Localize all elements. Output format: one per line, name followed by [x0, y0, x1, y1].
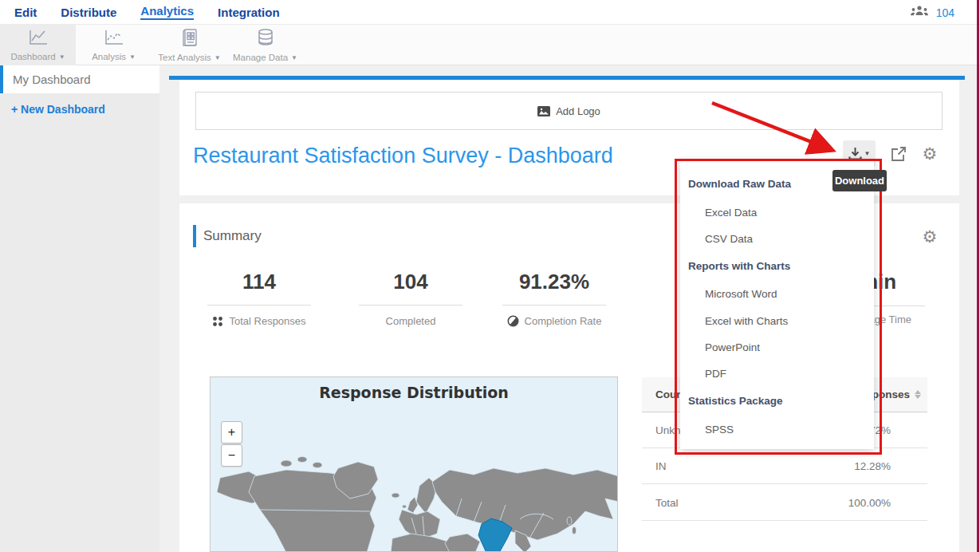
sort-icon — [915, 390, 921, 399]
share-icon — [890, 145, 907, 163]
cell-responses: 100.00% — [848, 497, 891, 509]
half-circle-icon — [507, 315, 519, 327]
toolbar-analysis-button[interactable]: Analysis▼ — [76, 25, 152, 65]
chevron-down-icon: ▼ — [214, 54, 221, 61]
add-logo-button[interactable]: Add Logo — [195, 92, 943, 130]
toolbar-dashboard-label: Dashboard — [10, 52, 55, 61]
menu-item-microsoft-word[interactable]: Microsoft Word — [680, 282, 874, 306]
stat-label: Completion Rate — [525, 315, 602, 327]
right-edge-line — [977, 0, 979, 552]
stat-value: 114 — [191, 270, 327, 294]
analytics-toolbar: Dashboard▼ Analysis▼ Text Analysis▼ — [0, 25, 980, 65]
menu-item-excel-with-charts[interactable]: Excel with Charts — [680, 310, 874, 333]
toolbar-manage-data-button[interactable]: Manage Data▼ — [227, 25, 303, 65]
table-row: Total 100.00% — [642, 485, 927, 521]
chevron-down-icon: ▼ — [59, 53, 65, 61]
stat-label: Total Responses — [229, 315, 305, 327]
add-logo-label: Add Logo — [556, 105, 600, 117]
cell-country: IN — [655, 460, 667, 472]
gear-icon: ⚙ — [923, 146, 938, 163]
menu-item-spss[interactable]: SPSS — [680, 418, 874, 442]
world-map-canvas[interactable] — [211, 422, 618, 552]
dots-grid-icon — [212, 316, 223, 327]
nav-integration[interactable]: Integration — [218, 6, 280, 19]
download-icon — [848, 147, 862, 161]
menu-item-excel-data[interactable]: Excel Data — [680, 201, 874, 225]
share-button[interactable] — [888, 144, 909, 164]
table-row: IN 12.28% — [642, 448, 927, 484]
response-distribution-map: Response Distribution + − — [210, 377, 618, 552]
menu-header-statistics: Statistics Package — [680, 389, 874, 413]
stat-value: 104 — [343, 270, 478, 294]
summary-settings-button[interactable]: ⚙ — [919, 227, 940, 247]
stat-value: 91.23% — [486, 270, 622, 294]
menu-item-pdf[interactable]: PDF — [680, 362, 874, 386]
nav-analytics[interactable]: Analytics — [140, 4, 194, 20]
top-nav: Edit Distribute Analytics Integration 10… — [0, 0, 980, 25]
menu-header-reports: Reports with Charts — [680, 254, 874, 278]
chevron-down-icon: ▼ — [864, 150, 871, 157]
stat-label: Completed — [386, 315, 436, 327]
chevron-down-icon: ▼ — [291, 54, 297, 61]
stat-completed: 104 Completed — [343, 270, 478, 327]
cell-country: Total — [655, 497, 679, 509]
sidebar-item-my-dashboard[interactable]: My Dashboard — [0, 65, 159, 93]
app-window: Edit Distribute Analytics Integration 10… — [0, 0, 980, 552]
section-title: Summary — [203, 228, 262, 244]
menu-item-csv-data[interactable]: CSV Data — [680, 227, 874, 251]
report-document-icon — [181, 28, 199, 50]
respondents-count[interactable]: 104 — [936, 6, 954, 19]
gear-icon: ⚙ — [923, 229, 938, 246]
line-chart-icon — [28, 29, 49, 49]
download-tooltip: Download — [832, 170, 887, 191]
line-chart-icon — [104, 29, 124, 49]
nav-edit[interactable]: Edit — [14, 6, 37, 19]
map-title: Response Distribution — [211, 384, 617, 401]
toolbar-text-analysis-label: Text Analysis — [158, 53, 211, 62]
image-icon — [537, 106, 550, 116]
toolbar-analysis-label: Analysis — [92, 52, 126, 61]
toolbar-dashboard-button[interactable]: Dashboard▼ — [0, 25, 76, 65]
chevron-down-icon: ▼ — [129, 53, 136, 61]
menu-item-powerpoint[interactable]: PowerPoint — [680, 336, 874, 360]
dashboard-sidebar: My Dashboard + New Dashboard — [0, 65, 159, 552]
toolbar-text-analysis-button[interactable]: Text Analysis▼ — [152, 25, 227, 65]
page-title: Restaurant Satisfaction Survey - Dashboa… — [193, 144, 613, 168]
new-dashboard-button[interactable]: + New Dashboard — [11, 103, 105, 116]
download-menu: Download Raw Data Excel Data CSV Data Re… — [680, 160, 874, 449]
respondents-icon — [910, 5, 929, 21]
stat-total-responses: 114 Total Responses — [191, 270, 327, 327]
settings-button[interactable]: ⚙ — [919, 144, 940, 164]
database-icon — [256, 28, 275, 50]
stat-completion-rate: 91.23% Completion Rate — [486, 270, 622, 327]
section-accent-bar — [193, 225, 196, 247]
nav-distribute[interactable]: Distribute — [61, 6, 116, 19]
toolbar-manage-data-label: Manage Data — [233, 53, 288, 62]
cell-responses: 12.28% — [854, 460, 891, 472]
